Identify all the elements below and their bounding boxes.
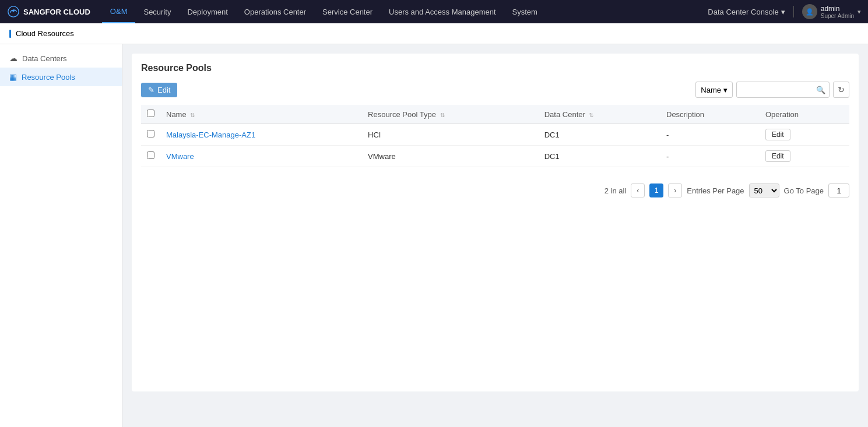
toolbar: ✎ Edit Name ▾ 🔍 ↻ xyxy=(141,82,849,98)
nav-item-om[interactable]: O&M xyxy=(102,0,136,23)
user-name: admin xyxy=(821,5,854,13)
prev-page-button[interactable]: ‹ xyxy=(631,183,645,197)
total-count: 2 in all xyxy=(605,186,627,195)
pagination: 2 in all ‹ 1 › Entries Per Page 50 100 2… xyxy=(141,177,849,197)
row-checkbox-cell xyxy=(141,146,160,167)
console-label: Data Center Console xyxy=(708,8,778,16)
go-to-page-input[interactable] xyxy=(828,183,849,197)
nav-item-users-access[interactable]: Users and Access Management xyxy=(381,0,504,23)
header-type: Resource Pool Type ⇅ xyxy=(362,105,539,124)
row-type-1: VMware xyxy=(362,146,539,167)
avatar-icon: 👤 xyxy=(806,8,814,16)
search-icon: 🔍 xyxy=(816,86,825,94)
search-input[interactable] xyxy=(740,86,816,94)
row-type-0: HCI xyxy=(362,124,539,146)
per-page-label: Entries Per Page xyxy=(687,186,744,195)
brand-name: SANGFOR CLOUD xyxy=(23,8,90,16)
edit-button-label: Edit xyxy=(157,86,170,94)
sidebar-item-data-centers[interactable]: ☁ Data Centers xyxy=(0,49,122,68)
sort-datacenter-icon[interactable]: ⇅ xyxy=(589,112,593,118)
user-text: admin Super Admin xyxy=(821,5,854,19)
main-layout: ☁ Data Centers ▦ Resource Pools Resource… xyxy=(0,44,868,427)
sort-name-icon[interactable]: ⇅ xyxy=(190,112,195,118)
table-row: Malaysia-EC-Manage-AZ1 HCI DC1 - Edit xyxy=(141,124,849,146)
row-datacenter-1: DC1 xyxy=(539,146,660,167)
svg-point-1 xyxy=(12,9,15,12)
sidebar-item-data-centers-label: Data Centers xyxy=(22,54,67,63)
resource-pools-icon: ▦ xyxy=(9,72,17,82)
row-datacenter-0: DC1 xyxy=(539,124,660,146)
main-content: Resource Pools ✎ Edit Name ▾ 🔍 xyxy=(122,44,868,427)
go-to-label: Go To Page xyxy=(784,186,824,195)
row-operation-1: Edit xyxy=(760,146,849,167)
row-description-0: - xyxy=(660,124,760,146)
header-operation: Operation xyxy=(760,105,849,124)
nav-item-deployment[interactable]: Deployment xyxy=(179,0,236,23)
nav-item-service-center[interactable]: Service Center xyxy=(314,0,381,23)
row-edit-button-1[interactable]: Edit xyxy=(765,150,790,162)
per-page-select[interactable]: 50 100 200 xyxy=(749,183,779,197)
row-checkbox-0[interactable] xyxy=(147,130,154,137)
search-filter-select[interactable]: Name ▾ xyxy=(695,82,733,98)
next-page-button[interactable]: › xyxy=(668,183,682,197)
user-info[interactable]: 👤 admin Super Admin ▾ xyxy=(802,4,861,19)
refresh-icon: ↻ xyxy=(838,85,845,94)
sidebar: ☁ Data Centers ▦ Resource Pools xyxy=(0,44,122,427)
search-area: Name ▾ 🔍 ↻ xyxy=(695,82,849,98)
user-dropdown-icon: ▾ xyxy=(858,8,861,16)
table-header-row: Name ⇅ Resource Pool Type ⇅ Data Center … xyxy=(141,105,849,124)
row-name-0: Malaysia-EC-Manage-AZ1 xyxy=(160,124,362,146)
sub-header: Cloud Resources xyxy=(0,23,868,44)
nav-right: Data Center Console ▾ 👤 admin Super Admi… xyxy=(708,4,861,19)
row-name-link-1[interactable]: VMware xyxy=(166,152,194,161)
row-name-link-0[interactable]: Malaysia-EC-Manage-AZ1 xyxy=(166,130,255,139)
search-filter-label: Name xyxy=(701,86,721,94)
nav-item-security[interactable]: Security xyxy=(135,0,179,23)
refresh-button[interactable]: ↻ xyxy=(833,82,849,98)
header-datacenter: Data Center ⇅ xyxy=(539,105,660,124)
search-filter-dropdown-icon: ▾ xyxy=(723,86,728,94)
sidebar-item-resource-pools[interactable]: ▦ Resource Pools xyxy=(0,68,122,86)
table-row: VMware VMware DC1 - Edit xyxy=(141,146,849,167)
edit-button[interactable]: ✎ Edit xyxy=(141,83,177,97)
nav-items: O&M Security Deployment Operations Cente… xyxy=(102,0,708,23)
header-checkbox-col xyxy=(141,105,160,124)
sort-type-icon[interactable]: ⇅ xyxy=(440,112,445,118)
nav-item-system[interactable]: System xyxy=(504,0,546,23)
content-card: Resource Pools ✎ Edit Name ▾ 🔍 xyxy=(132,54,859,391)
avatar: 👤 xyxy=(802,4,817,19)
console-dropdown-icon: ▾ xyxy=(781,8,785,16)
sidebar-item-resource-pools-label: Resource Pools xyxy=(22,73,75,82)
header-name: Name ⇅ xyxy=(160,105,362,124)
sub-header-title: Cloud Resources xyxy=(16,29,74,38)
page-1-button[interactable]: 1 xyxy=(649,183,663,197)
top-navigation: SANGFOR CLOUD O&M Security Deployment Op… xyxy=(0,0,868,23)
resource-pools-table: Name ⇅ Resource Pool Type ⇅ Data Center … xyxy=(141,105,849,167)
edit-pencil-icon: ✎ xyxy=(148,86,154,94)
nav-divider xyxy=(793,6,794,17)
row-operation-0: Edit xyxy=(760,124,849,146)
data-centers-icon: ☁ xyxy=(9,54,17,63)
row-edit-button-0[interactable]: Edit xyxy=(765,129,790,140)
brand-logo[interactable]: SANGFOR CLOUD xyxy=(7,5,90,18)
blue-accent-bar xyxy=(9,30,11,38)
select-all-checkbox[interactable] xyxy=(147,110,154,117)
row-checkbox-cell xyxy=(141,124,160,146)
header-description: Description xyxy=(660,105,760,124)
row-name-1: VMware xyxy=(160,146,362,167)
row-checkbox-1[interactable] xyxy=(147,151,154,159)
row-description-1: - xyxy=(660,146,760,167)
nav-item-operations-center[interactable]: Operations Center xyxy=(236,0,314,23)
search-input-wrap: 🔍 xyxy=(736,82,830,98)
user-role: Super Admin xyxy=(821,13,854,19)
page-title: Resource Pools xyxy=(141,63,849,73)
console-selector[interactable]: Data Center Console ▾ xyxy=(708,8,785,16)
